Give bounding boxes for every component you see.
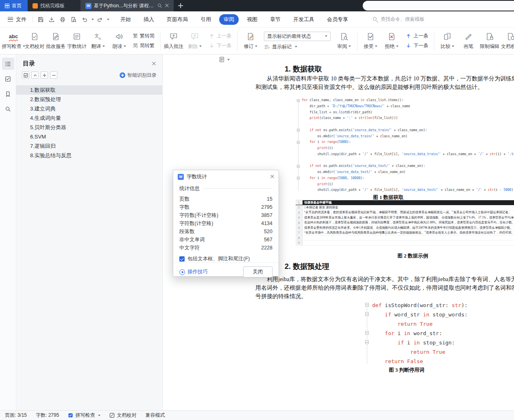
tab-home[interactable]: 首页 bbox=[0, 0, 28, 11]
menu-tab-1[interactable]: 插入 bbox=[139, 14, 159, 25]
bookmark-icon bbox=[4, 91, 11, 97]
bookmark-panel-button[interactable] bbox=[2, 88, 14, 100]
restrict-edit-button[interactable]: 限制编辑 bbox=[479, 29, 500, 53]
doc-proofread-label: 文档校对 bbox=[25, 43, 44, 50]
compat-mode-label: 兼容模式 bbox=[145, 412, 165, 419]
fold-marker-icon[interactable] bbox=[365, 340, 369, 344]
file-menu-button[interactable]: 文件 bbox=[4, 14, 30, 25]
toc-expand-all-button[interactable] bbox=[41, 71, 48, 79]
toc-item-2[interactable]: 3.建立词典 bbox=[16, 104, 162, 113]
tab-templates[interactable]: 找稿完模板 bbox=[28, 0, 81, 11]
page-indicator[interactable]: 页面: 3/15 bbox=[5, 412, 27, 419]
toc-item-1[interactable]: 2.数据预处理 bbox=[16, 95, 162, 104]
export-button[interactable] bbox=[46, 14, 57, 24]
fold-marker-icon[interactable] bbox=[365, 331, 369, 335]
spellcheck-toggle-label: 拼写检查 bbox=[75, 412, 95, 419]
prev-change-button[interactable]: 上一条 bbox=[405, 32, 428, 39]
trad-to-simp-button[interactable]: 繁繁转简 bbox=[133, 32, 155, 39]
accept-button[interactable]: 接受 bbox=[360, 29, 381, 53]
reject-button[interactable]: 拒绝 bbox=[381, 29, 402, 53]
fold-marker-icon[interactable] bbox=[297, 165, 300, 168]
word-count-indicator[interactable]: 字数: 2795 bbox=[36, 412, 59, 419]
fold-marker-icon[interactable] bbox=[297, 129, 300, 132]
dialog-titlebar[interactable]: W 字数统计 bbox=[173, 170, 279, 183]
undo-dropdown-caret[interactable] bbox=[91, 19, 94, 20]
ribbon-separator bbox=[434, 32, 434, 50]
toc-item-7[interactable]: 8.实验总结与反思 bbox=[16, 151, 162, 160]
toc-collapse-button[interactable] bbox=[31, 71, 39, 79]
new-tab-button[interactable] bbox=[174, 0, 187, 11]
word-count-button[interactable]: 字数统计 bbox=[67, 29, 87, 53]
search-panel-button[interactable] bbox=[2, 103, 14, 115]
menu-tab-3[interactable]: 引用 bbox=[196, 14, 216, 25]
correction-service-icon bbox=[51, 32, 60, 41]
show-markup-button[interactable]: 显示标记 bbox=[264, 43, 331, 50]
include-footnotes-checkbox[interactable]: 包括文本框、脚注和尾注(F) bbox=[179, 255, 272, 262]
print-preview-button[interactable] bbox=[68, 14, 78, 24]
fold-marker-icon[interactable] bbox=[365, 312, 369, 316]
menu-tab-2[interactable]: 页面布局 bbox=[162, 14, 192, 25]
toc-item-5[interactable]: 6.SVM bbox=[16, 132, 162, 141]
proofread-toggle[interactable]: 文档校对 bbox=[109, 412, 136, 419]
dialog-close-icon[interactable] bbox=[270, 175, 274, 179]
toc-item-3[interactable]: 4.生成词向量 bbox=[16, 113, 162, 123]
menu-tab-8[interactable]: 会员专享 bbox=[322, 14, 353, 25]
smart-recognize-toc-button[interactable]: 智能识别目录 bbox=[120, 72, 157, 79]
spellcheck-button[interactable]: abc 拼写检查 bbox=[3, 29, 24, 53]
compare-button[interactable]: 比较 bbox=[437, 29, 457, 53]
fold-marker-icon[interactable] bbox=[297, 141, 300, 144]
save-icon bbox=[37, 16, 44, 23]
markup-state-select[interactable]: 显示标记的最终状态 bbox=[264, 32, 331, 41]
doc-proofread-button[interactable]: 文档校对 bbox=[24, 29, 45, 53]
correction-service-button[interactable]: 批改服务 bbox=[46, 29, 66, 53]
toc-item-6[interactable]: 7.逻辑回归 bbox=[16, 141, 162, 151]
review-button[interactable]: 审阅 bbox=[334, 29, 354, 53]
insert-comment-icon bbox=[169, 32, 178, 41]
redo-button[interactable] bbox=[95, 14, 105, 24]
tips-link[interactable]: 操作技巧 bbox=[179, 268, 208, 275]
titlebar: 首页 找稿完模板 W 基于Python...与分析 课程论文 bbox=[0, 0, 514, 11]
close-button[interactable]: 关闭 bbox=[243, 266, 272, 277]
page-view-button[interactable] bbox=[219, 56, 230, 63]
save-button[interactable] bbox=[35, 14, 46, 24]
menu-tab-0[interactable]: 开始 bbox=[116, 14, 135, 25]
code-line: dir_path = 'D:/下载/THUCNews/THUCNews/' + … bbox=[297, 104, 514, 110]
translate-button[interactable]: 文A 翻译 bbox=[88, 29, 108, 53]
track-changes-button[interactable]: 修订 bbox=[240, 29, 261, 53]
traditional-char-icon: 繁 bbox=[133, 32, 138, 39]
toc-select-button[interactable] bbox=[22, 71, 29, 79]
caret-down-icon bbox=[255, 45, 257, 47]
tasks-panel-button[interactable] bbox=[2, 73, 14, 85]
spellcheck-toggle[interactable]: 拼写检查 bbox=[68, 412, 100, 419]
menu-tab-7[interactable]: 开发工具 bbox=[289, 14, 319, 25]
toc-item-0[interactable]: 1.数据获取 bbox=[16, 85, 162, 95]
next-change-button[interactable]: 下一条 bbox=[405, 42, 428, 49]
tab-close-icon[interactable] bbox=[165, 4, 169, 8]
next-comment-button[interactable]: 下一条 bbox=[209, 42, 231, 49]
toc-collapse-all-button[interactable] bbox=[50, 71, 57, 79]
print-button[interactable] bbox=[57, 14, 68, 24]
tab-document[interactable]: W 基于Python...与分析 课程论文 bbox=[81, 0, 174, 11]
toc-close-icon[interactable] bbox=[152, 62, 156, 66]
fold-marker-icon[interactable] bbox=[297, 177, 300, 180]
pen-button[interactable]: 画笔 bbox=[458, 29, 479, 53]
doc-permission-button[interactable]: 文档权限 bbox=[501, 29, 514, 53]
menu-tab-4[interactable]: 审阅 bbox=[219, 14, 239, 25]
tab-search-icon[interactable] bbox=[157, 3, 162, 8]
menu-tab-6[interactable]: 章节 bbox=[266, 14, 285, 25]
undo-button[interactable] bbox=[79, 14, 89, 24]
outline-panel-button[interactable] bbox=[2, 58, 14, 70]
simp-to-trad-button[interactable]: 简简转繁 bbox=[133, 42, 155, 49]
read-aloud-button[interactable]: 朗读 bbox=[109, 29, 129, 53]
fold-marker-icon[interactable] bbox=[365, 303, 369, 307]
fold-marker-icon[interactable] bbox=[297, 99, 300, 102]
stat-row: 段落数520 bbox=[179, 227, 272, 236]
stat-row: 字符数(计空格)4134 bbox=[179, 219, 272, 227]
menu-tab-5[interactable]: 视图 bbox=[242, 14, 262, 25]
prev-comment-button[interactable]: 上一条 bbox=[209, 32, 231, 39]
insert-comment-button[interactable]: 插入批注 bbox=[163, 29, 184, 53]
toc-item-4[interactable]: 5.贝叶斯分类器 bbox=[16, 123, 162, 132]
redo-dropdown-caret[interactable] bbox=[107, 19, 109, 20]
delete-comment-button[interactable]: 删除 bbox=[185, 29, 205, 53]
command-search[interactable]: 查找命令、搜索模板 bbox=[372, 16, 425, 23]
